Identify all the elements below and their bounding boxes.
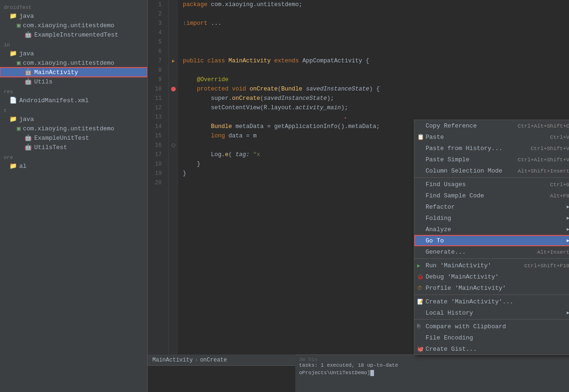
menu-item-column-selection[interactable]: Column Selection Mode Alt+Shift+Insert: [414, 165, 569, 176]
code-line-5: [183, 38, 564, 47]
menu-divider-4: [414, 319, 569, 320]
menu-divider-3: [414, 294, 569, 295]
sidebar-item-package-3[interactable]: ▣ com.xiaoying.untitestdemo: [0, 124, 147, 133]
code-line-4: [183, 28, 564, 38]
section-ore: ore: [0, 152, 147, 161]
android-file-icon: 🤖: [24, 31, 32, 38]
code-line-8: [183, 66, 564, 75]
sidebar-item-example-instrumented-test[interactable]: 🤖 ExampleInstrumentedTest: [0, 30, 147, 39]
menu-item-find-usages[interactable]: Find Usages Ctrl+G: [414, 179, 569, 190]
profile-icon: ⏱: [417, 285, 422, 291]
sidebar-item-package-2[interactable]: ▣ com.xiaoying.untitestdemo: [0, 58, 147, 68]
code-area: 1 2 3 4 5 6 7 8 9 10 11 12 13 14 15 16 1…: [148, 0, 569, 392]
menu-item-paste-history[interactable]: Paste from History... Ctrl+Shift+V: [414, 143, 569, 154]
menu-divider-1: [414, 177, 569, 178]
sidebar-item-utils-test[interactable]: 🤖 UtilsTest: [0, 143, 147, 152]
breadcrumb-part-2: onCreate: [200, 357, 227, 363]
sidebar-item-java-1[interactable]: 📁 java: [0, 11, 147, 21]
menu-item-goto[interactable]: Go To ▶: [414, 235, 569, 246]
menu-item-profile[interactable]: ⏱ Profile 'MainActivity': [414, 282, 569, 294]
android-file-icon-5: 🤖: [24, 143, 32, 151]
sidebar-item-manifest[interactable]: 📄 AndroidManifest.xml: [0, 96, 147, 105]
folder-icon-3: 📁: [9, 115, 17, 123]
code-line-11: super.onCreate(savedInstanceState);: [183, 94, 564, 103]
menu-item-generate[interactable]: Generate... Alt+Insert: [414, 246, 569, 257]
sidebar-item-example-unit-test[interactable]: 🤖 ExampleUnitTest: [0, 133, 147, 143]
breadcrumb-sep: ›: [195, 357, 198, 363]
compare-icon: ⎘: [417, 324, 420, 329]
cursor: [370, 370, 374, 376]
menu-item-copy-reference[interactable]: Copy Reference Ctrl+Alt+Shift+C: [414, 120, 569, 131]
menu-item-create-gist[interactable]: 🐙 Create Gist...: [414, 343, 569, 354]
gutter-icons: ▶: [169, 0, 178, 354]
code-line-10: protected void onCreate(Bundle savedInst…: [183, 84, 564, 94]
bottom-line1: 3m 51s: [299, 357, 565, 362]
menu-item-analyze[interactable]: Analyze ▶: [414, 224, 569, 235]
android-file-icon-3: 🤖: [24, 78, 32, 85]
gist-icon: 🐙: [417, 346, 424, 352]
code-line-3: ↕import ...: [183, 19, 564, 28]
breadcrumb-part-1: MainActivity: [152, 357, 193, 363]
create-icon: 📝: [417, 299, 424, 305]
section-res: res: [0, 86, 147, 96]
sidebar-item-java-2[interactable]: 📁 java: [0, 49, 147, 58]
sidebar-item-java-3[interactable]: 📁 java: [0, 114, 147, 124]
sidebar-item-package-1[interactable]: ▣ com.xiaoying.untitestdemo: [0, 21, 147, 30]
menu-divider-2: [414, 258, 569, 259]
code-line-2: [183, 9, 564, 19]
menu-item-paste[interactable]: 📋 Paste Ctrl+V: [414, 131, 569, 143]
debug-icon: 🐞: [417, 274, 424, 280]
menu-item-create[interactable]: 📝 Create 'MainActivity'...: [414, 296, 569, 307]
code-line-12: setContentView(R.layout.activity_main);: [183, 103, 564, 113]
xml-icon: 📄: [9, 97, 17, 104]
bottom-bar: 3m 51s tasks: 1 executed, 18 up-to-date …: [295, 354, 569, 392]
section-droidtest: droidTest: [0, 2, 147, 11]
menu-item-paste-simple[interactable]: Paste Simple Ctrl+Alt+Shift+V: [414, 154, 569, 165]
code-line-6: [183, 47, 564, 56]
section-test: t: [0, 105, 147, 114]
folder-icon: 📁: [9, 12, 17, 20]
menu-item-local-history[interactable]: Local History ▶: [414, 307, 569, 318]
menu-item-find-sample[interactable]: Find Sample Code Alt+F8: [414, 190, 569, 201]
sidebar-item-main-activity[interactable]: 🤖 MainActivity: [0, 68, 147, 77]
package-icon-2: ▣: [17, 59, 21, 67]
android-file-icon-2: 🤖: [24, 68, 32, 76]
bottom-prompt: oProjects\UntiTestDemo]: [299, 370, 565, 376]
line-numbers: 1 2 3 4 5 6 7 8 9 10 11 12 13 14 15 16 1…: [148, 0, 169, 354]
run-icon: ▶: [417, 263, 420, 269]
bottom-line2: tasks: 1 executed, 18 up-to-date: [299, 362, 565, 368]
menu-item-debug[interactable]: 🐞 Debug 'MainActivity': [414, 271, 569, 282]
menu-item-folding[interactable]: Folding ▶: [414, 212, 569, 224]
code-line-9: @Override: [183, 75, 564, 84]
android-file-icon-4: 🤖: [24, 134, 32, 142]
package-icon: ▣: [17, 22, 21, 29]
folder-icon-2: 📁: [9, 50, 17, 57]
section-main: in: [0, 39, 147, 49]
paste-icon: 📋: [417, 134, 424, 141]
menu-item-refactor[interactable]: Refactor ▶: [414, 201, 569, 212]
folder-icon-4: 📁: [9, 162, 17, 170]
code-line-7: public class MainActivity extends AppCom…: [183, 56, 564, 66]
sidebar-item-utils[interactable]: 🤖 Utils: [0, 77, 147, 86]
package-icon-3: ▣: [17, 125, 21, 132]
menu-item-run[interactable]: ▶ Run 'MainActivity' Ctrl+Shift+F10: [414, 260, 569, 271]
code-line-1: package com.xiaoying.untitestdemo;: [183, 0, 564, 9]
sidebar: droidTest 📁 java ▣ com.xiaoying.untitest…: [0, 0, 148, 392]
menu-item-file-encoding[interactable]: File Encoding: [414, 332, 569, 343]
menu-item-compare-clipboard[interactable]: ⎘ Compare with Clipboard: [414, 321, 569, 332]
sidebar-item-al[interactable]: 📁 al: [0, 161, 147, 171]
context-menu: Copy Reference Ctrl+Alt+Shift+C 📋 Paste …: [414, 120, 569, 355]
